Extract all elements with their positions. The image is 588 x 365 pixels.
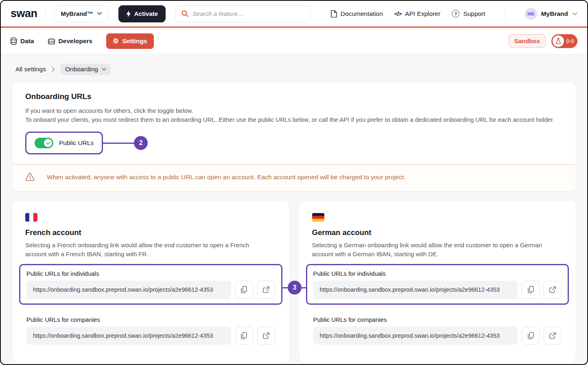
document-icon xyxy=(331,10,337,18)
top-header: swan MyBrand™ Activate Documentation </>… xyxy=(1,1,587,26)
public-urls-toggle[interactable] xyxy=(35,138,53,148)
public-urls-toggle-row: Public URLs 2 xyxy=(25,132,563,154)
companies-url-label: Public URLs for companies xyxy=(313,316,562,323)
germany-flag-icon xyxy=(312,213,324,222)
tab-settings-label: Settings xyxy=(122,37,147,45)
account-title: German account xyxy=(312,228,563,237)
annotation-step-2: 2 xyxy=(134,136,148,150)
individuals-url-label: Public URLs for individuals xyxy=(26,270,275,277)
toggle-label: Public URLs xyxy=(59,139,94,147)
account-cards-row: French account Selecting a French onboar… xyxy=(12,201,576,363)
companies-url-value[interactable]: https://onboarding.sandbox.preprod.swan.… xyxy=(26,327,231,345)
api-explorer-label: API Explorer xyxy=(405,10,440,18)
individuals-url-value[interactable]: https://onboarding.sandbox.preprod.swan.… xyxy=(313,281,518,299)
swan-logo: swan xyxy=(11,7,37,20)
external-link-icon xyxy=(263,286,269,293)
open-link-button[interactable] xyxy=(544,281,562,299)
environment-toggle[interactable] xyxy=(551,34,577,48)
search-icon xyxy=(181,10,188,17)
activate-button[interactable]: Activate xyxy=(118,5,166,22)
account-title: French account xyxy=(25,228,276,237)
support-link[interactable]: ? Support xyxy=(452,10,485,18)
public-urls-toggle-group[interactable]: Public URLs xyxy=(25,132,103,154)
chevron-down-icon xyxy=(572,12,577,15)
header-divider xyxy=(46,8,46,20)
warning-icon xyxy=(25,173,35,181)
copy-icon xyxy=(528,332,534,339)
database-icon xyxy=(11,37,17,45)
app-window: swan MyBrand™ Activate Documentation </>… xyxy=(0,0,588,365)
french-companies-url-group: Public URLs for companies https://onboar… xyxy=(19,310,282,351)
brand-selector-label: MyBrand™ xyxy=(61,10,93,17)
french-individuals-url-group: Public URLs for individuals https://onbo… xyxy=(19,264,282,305)
settings-content: All settings Onboarding Onboarding URLs … xyxy=(1,55,587,364)
activate-label: Activate xyxy=(134,10,158,17)
help-icon: ? xyxy=(452,10,459,18)
account-description: Selecting a German onboarding link would… xyxy=(312,241,552,259)
individuals-url-value[interactable]: https://onboarding.sandbox.preprod.swan.… xyxy=(26,281,231,299)
open-link-button[interactable] xyxy=(257,281,275,299)
flask-icon xyxy=(553,35,564,47)
developers-icon xyxy=(48,38,55,44)
search-input[interactable] xyxy=(192,10,304,17)
tab-developers[interactable]: Developers xyxy=(48,37,93,45)
tab-settings[interactable]: ⚙ Settings xyxy=(106,33,154,49)
chevron-right-icon xyxy=(52,67,55,72)
brand-selector[interactable]: MyBrand™ xyxy=(54,5,109,22)
open-link-button[interactable] xyxy=(544,327,562,345)
breadcrumb-onboarding-select[interactable]: Onboarding xyxy=(61,64,111,75)
annotation-step-3: 3 xyxy=(288,281,302,295)
france-flag-icon xyxy=(25,213,37,222)
copy-icon xyxy=(241,286,247,293)
gear-icon: ⚙ xyxy=(113,38,118,44)
sandbox-badge-label: Sandbox xyxy=(514,37,540,44)
tab-developers-label: Developers xyxy=(59,37,93,45)
feature-search[interactable] xyxy=(175,5,310,22)
toggle-knob xyxy=(44,139,52,147)
warning-text: When activated, anyone with access to a … xyxy=(47,174,406,181)
sandbox-badge[interactable]: Sandbox xyxy=(509,34,546,48)
environment-controls: Sandbox xyxy=(509,34,577,48)
support-label: Support xyxy=(463,10,485,18)
user-name: MyBrand xyxy=(541,10,568,18)
api-explorer-link[interactable]: </> API Explorer xyxy=(394,10,440,18)
user-menu[interactable]: MB MyBrand xyxy=(525,8,577,20)
external-link-icon xyxy=(263,332,269,339)
breadcrumb-current-label: Onboarding xyxy=(65,66,98,73)
lightning-icon xyxy=(126,11,131,17)
copy-button[interactable] xyxy=(235,327,253,345)
breadcrumb: All settings Onboarding xyxy=(15,64,573,75)
header-divider xyxy=(505,8,505,20)
companies-url-value[interactable]: https://onboarding.sandbox.preprod.swan.… xyxy=(313,327,518,345)
german-individuals-url-group: Public URLs for individuals https://onbo… xyxy=(306,264,569,305)
tab-data-label: Data xyxy=(20,37,34,45)
account-description: Selecting a French onboarding link would… xyxy=(25,241,265,259)
open-link-button[interactable] xyxy=(257,327,275,345)
copy-button[interactable] xyxy=(522,281,540,299)
card-description-line2: To onboard your clients, you must redire… xyxy=(25,115,563,124)
chevron-down-icon xyxy=(102,68,106,71)
card-description-line1: If you want to open accounts for others,… xyxy=(25,106,563,115)
german-account-card: German account Selecting a German onboar… xyxy=(299,201,576,363)
copy-button[interactable] xyxy=(235,281,253,299)
code-icon: </> xyxy=(394,11,401,17)
french-account-card: French account Selecting a French onboar… xyxy=(12,201,289,363)
breadcrumb-all-settings[interactable]: All settings xyxy=(15,66,46,73)
card-title: Onboarding URLs xyxy=(25,92,563,101)
documentation-link[interactable]: Documentation xyxy=(331,10,383,18)
header-links: Documentation </> API Explorer ? Support… xyxy=(331,8,577,20)
copy-button[interactable] xyxy=(522,327,540,345)
check-icon xyxy=(46,141,50,145)
tab-data[interactable]: Data xyxy=(11,37,34,45)
copy-icon xyxy=(528,286,534,293)
live-signal-icon xyxy=(566,38,574,44)
annotation-connector xyxy=(103,143,134,144)
documentation-label: Documentation xyxy=(341,10,383,18)
chevron-down-icon xyxy=(97,12,102,15)
copy-icon xyxy=(241,332,247,339)
companies-url-label: Public URLs for companies xyxy=(26,316,275,323)
warning-banner: When activated, anyone with access to a … xyxy=(12,164,576,191)
external-link-icon xyxy=(549,286,556,293)
onboarding-urls-card: Onboarding URLs If you want to open acco… xyxy=(12,82,576,191)
external-link-icon xyxy=(549,332,556,339)
